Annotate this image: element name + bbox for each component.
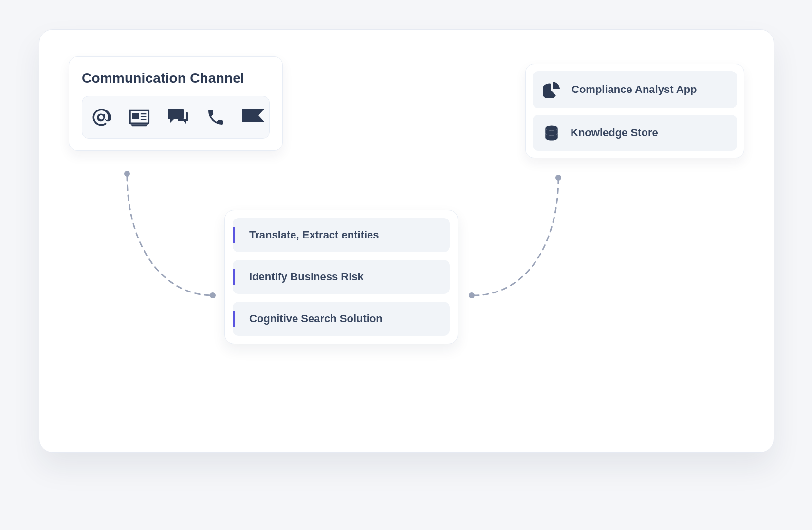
svg-point-0 [545, 125, 558, 130]
phone-icon [206, 108, 225, 127]
database-icon [543, 125, 560, 141]
diagram-canvas: Communication Channel Complianc [39, 29, 774, 453]
step-cognitive-search: Cognitive Search Solution [233, 302, 450, 336]
step-label: Translate, Extract entities [249, 229, 379, 241]
output-label: Knowledge Store [571, 127, 658, 139]
step-label: Cognitive Search Solution [249, 312, 383, 325]
connector-dot [210, 292, 216, 298]
communication-icon-row [82, 96, 270, 139]
connector-dot [555, 175, 561, 181]
connector-dot [469, 292, 475, 298]
newspaper-icon [128, 108, 150, 127]
pie-chart-icon [543, 81, 561, 98]
chat-icon [167, 108, 189, 127]
step-identify-risk: Identify Business Risk [233, 260, 450, 294]
flag-icon [242, 109, 264, 126]
processing-steps: Translate, Extract entities Identify Bus… [224, 210, 458, 344]
communication-channel-title: Communication Channel [82, 71, 270, 86]
step-translate-extract: Translate, Extract entities [233, 218, 450, 252]
output-label: Compliance Analyst App [572, 83, 697, 96]
step-label: Identify Business Risk [249, 271, 364, 283]
communication-channel-card: Communication Channel [69, 56, 283, 151]
output-knowledge-store: Knowledge Store [533, 115, 737, 151]
output-compliance-analyst: Compliance Analyst App [533, 71, 737, 108]
output-cards: Compliance Analyst App Knowledge Store [525, 64, 744, 158]
at-icon [91, 107, 111, 128]
connector-dot [124, 171, 130, 177]
